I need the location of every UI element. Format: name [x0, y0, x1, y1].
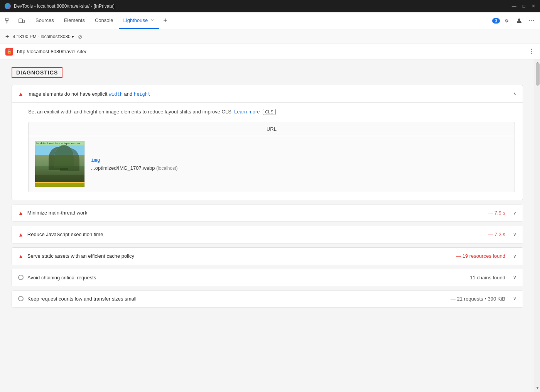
image-highlight	[35, 182, 84, 187]
chevron-down-icon-3: ∨	[513, 232, 516, 237]
url-text: http://localhost:8080/travel-site/	[17, 49, 524, 54]
chevron-down-icon-5: ∨	[513, 275, 516, 280]
audit-body-image-size: Set an explicit width and height on imag…	[12, 103, 523, 200]
audit-item-main-thread: ▲ Minimize main-thread work — 7.9 s ∨	[12, 204, 523, 222]
audit-metric-cache: — 19 resources found	[456, 253, 505, 259]
cls-badge: CLS	[263, 109, 275, 115]
fake-landscape-image: tendrils forest in a unique natural par …	[35, 141, 84, 187]
audit-item-request-counts: Keep request counts low and transfer siz…	[12, 290, 523, 308]
url-path: ...optimized/IMG_1707.webp	[91, 165, 155, 171]
chevron-down-icon-2: ∨	[513, 210, 516, 216]
code-width: width	[109, 91, 123, 97]
url-host: (localhost)	[156, 166, 177, 171]
audit-metric-js-time: — 7.2 s	[488, 231, 505, 237]
app-icon	[5, 3, 11, 9]
chevron-up-icon: ∧	[513, 91, 516, 96]
warning-icon: ▲	[18, 91, 24, 97]
devtools-tabs: Sources Elements Console Lighthouse ✕ + …	[0, 12, 540, 29]
tab-add-button[interactable]: +	[160, 12, 170, 29]
warning-icon-4: ▲	[18, 253, 24, 259]
audit-item-critical-chains: Avoid chaining critical requests — 11 ch…	[12, 269, 523, 286]
url-info: img ...optimized/IMG_1707.webp (localhos…	[91, 157, 508, 171]
domain-dropdown[interactable]: ▾	[72, 34, 74, 39]
url-table-header: URL	[29, 122, 515, 136]
security-icon: 🔒	[5, 48, 13, 56]
audit-title-request-counts: Keep request counts low and transfer siz…	[27, 296, 447, 302]
tab-console[interactable]: Console	[90, 12, 118, 29]
audit-header-request-counts[interactable]: Keep request counts low and transfer siz…	[12, 291, 523, 307]
add-tab-button[interactable]: +	[5, 33, 9, 40]
address-time: 4:13:00 PM - localhost:8080 ▾	[13, 34, 74, 39]
stop-button[interactable]: ⊘	[78, 34, 83, 40]
audit-title-critical-chains: Avoid chaining critical requests	[27, 275, 460, 280]
audit-title-cache: Serve static assets with an efficient ca…	[27, 253, 452, 259]
devtools-left-icons	[3, 12, 30, 29]
minimize-button[interactable]: —	[512, 3, 516, 9]
audit-header-critical-chains[interactable]: Avoid chaining critical requests — 11 ch…	[12, 269, 523, 286]
devtools-right-icons: 3 ⋯	[492, 12, 537, 29]
scrollbar-thumb[interactable]	[536, 63, 540, 86]
tab-elements[interactable]: Elements	[59, 12, 89, 29]
chevron-down-icon-4: ∨	[513, 253, 516, 259]
content-area: DIAGNOSTICS ▲ Image elements do not have…	[0, 59, 535, 392]
audit-metric-request-counts: — 21 requests • 390 KiB	[451, 296, 505, 302]
tab-sources[interactable]: Sources	[31, 12, 59, 29]
inspect-element-button[interactable]	[3, 15, 14, 26]
code-height: height	[134, 91, 150, 97]
profile-button[interactable]	[514, 15, 525, 26]
more-options-button[interactable]: ⋯	[526, 15, 537, 26]
audit-header-image-size[interactable]: ▲ Image elements do not have explicit wi…	[12, 85, 523, 103]
chevron-down-icon-6: ∨	[513, 296, 516, 301]
audit-item-cache: ▲ Serve static assets with an efficient …	[12, 247, 523, 265]
tab-lighthouse[interactable]: Lighthouse ✕	[119, 12, 160, 29]
audit-title-js-time: Reduce JavaScript execution time	[27, 231, 484, 237]
svg-rect-3	[19, 19, 22, 23]
image-thumbnail: tendrils forest in a unique natural par …	[35, 141, 85, 187]
audit-title-main-thread: Minimize main-thread work	[27, 210, 484, 216]
audit-item-js-time: ▲ Reduce JavaScript execution time — 7.2…	[12, 226, 523, 243]
svg-rect-4	[23, 20, 24, 23]
notification-badge[interactable]: 3	[492, 18, 500, 24]
image-caption: tendrils forest in a unique natural par …	[35, 141, 84, 145]
audit-header-main-thread[interactable]: ▲ Minimize main-thread work — 7.9 s ∨	[12, 204, 523, 221]
audit-title-image-size: Image elements do not have explicit widt…	[27, 91, 509, 97]
neutral-icon-6	[18, 296, 24, 301]
element-tag: img	[91, 157, 508, 163]
url-more-button[interactable]: ⋮	[528, 48, 535, 55]
url-table: URL tendrils forest in a unique natural …	[28, 122, 515, 192]
address-bar: + 4:13:00 PM - localhost:8080 ▾ ⊘	[0, 29, 540, 44]
audit-header-js-time[interactable]: ▲ Reduce JavaScript execution time — 7.2…	[12, 226, 523, 243]
title-bar: DevTools - localhost:8080/travel-site/ -…	[0, 0, 540, 12]
restore-button[interactable]: □	[523, 3, 525, 9]
tab-close-button[interactable]: ✕	[150, 17, 155, 23]
audit-description: Set an explicit width and height on imag…	[28, 108, 515, 116]
window-controls[interactable]: — □ ✕	[512, 3, 535, 9]
main-content: DIAGNOSTICS ▲ Image elements do not have…	[0, 59, 540, 392]
warning-icon-3: ▲	[18, 231, 24, 238]
audit-header-cache[interactable]: ▲ Serve static assets with an efficient …	[12, 248, 523, 265]
scroll-down-button[interactable]: ▼	[535, 385, 540, 391]
audit-metric-critical-chains: — 11 chains found	[464, 275, 505, 280]
scrollbar-track[interactable]: ▲ ▼	[535, 59, 540, 392]
url-table-row: tendrils forest in a unique natural par …	[29, 136, 515, 192]
diagnostics-header: DIAGNOSTICS	[12, 67, 62, 78]
settings-button[interactable]	[501, 15, 512, 26]
warning-icon-2: ▲	[18, 210, 24, 216]
window-title: DevTools - localhost:8080/travel-site/ -…	[14, 3, 509, 9]
learn-more-link[interactable]: Learn more	[234, 109, 260, 115]
neutral-icon-5	[18, 275, 24, 280]
close-button[interactable]: ✕	[532, 3, 535, 9]
svg-rect-0	[6, 18, 8, 20]
audit-metric-main-thread: — 7.9 s	[488, 210, 505, 216]
device-toggle-button[interactable]	[16, 15, 27, 26]
url-bar: 🔒 http://localhost:8080/travel-site/ ⋮	[0, 44, 540, 59]
audit-item-image-size: ▲ Image elements do not have explicit wi…	[12, 85, 523, 200]
